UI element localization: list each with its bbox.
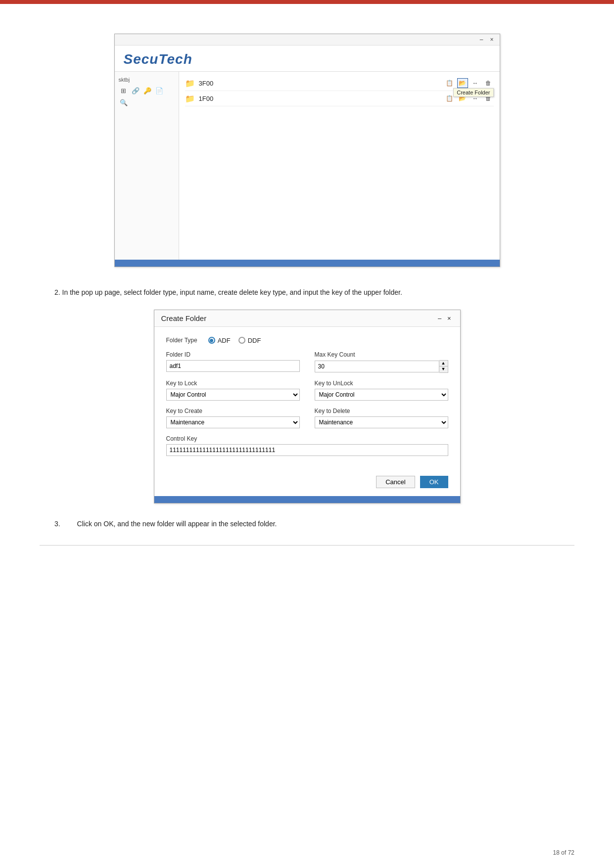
move-btn-3f00[interactable]: ↔ — [470, 78, 481, 88]
page-current: 18 — [553, 849, 560, 856]
key-to-delete-select[interactable]: Maintenance Major Control User — [315, 416, 448, 428]
folder-type-label: Folder Type — [166, 337, 197, 344]
create-folder-dialog: Create Folder – × Folder Type ADF DDF — [154, 310, 461, 503]
radio-adf[interactable]: ADF — [208, 337, 231, 344]
dialog-title-bar: Create Folder – × — [154, 310, 460, 327]
key-to-unlock-label: Key to UnLock — [315, 380, 448, 387]
step3-text: 3. Click on OK, and the new folder will … — [54, 518, 574, 530]
max-key-count-label: Max Key Count — [315, 351, 448, 358]
key-to-delete-label: Key to Delete — [315, 408, 448, 414]
key-to-lock-label: Key to Lock — [166, 380, 300, 387]
key-create-delete-row: Key to Create Maintenance Major Control … — [166, 408, 448, 428]
dialog-close-btn[interactable]: × — [445, 315, 453, 322]
key-to-create-label: Key to Create — [166, 408, 300, 414]
control-key-input[interactable] — [166, 444, 448, 456]
key-to-delete-col: Key to Delete Maintenance Major Control … — [315, 408, 448, 428]
radio-ddf-label: DDF — [248, 337, 261, 344]
page-divider — [40, 545, 574, 546]
spinner-up-btn[interactable]: ▲ — [439, 361, 448, 366]
cancel-button[interactable]: Cancel — [376, 476, 415, 488]
max-key-count-input[interactable] — [315, 361, 439, 372]
grid-icon[interactable]: ⊞ — [119, 86, 129, 95]
key-icon[interactable]: 🔑 — [142, 86, 152, 95]
key-to-create-col: Key to Create Maintenance Major Control … — [166, 408, 300, 428]
minimize-button[interactable]: – — [478, 36, 485, 43]
folder-row-1f00: 📁 1F00 📋 📂 ↔ 🗑 — [185, 91, 494, 106]
close-button[interactable]: × — [488, 36, 495, 43]
folder-type-row: Folder Type ADF DDF — [166, 337, 448, 344]
step2-number: 2. — [54, 288, 60, 296]
dialog-body: Folder Type ADF DDF Folder ID Max Key Co… — [154, 327, 460, 471]
step2-text: 2. In the pop up page, select folder typ… — [54, 287, 574, 299]
folder-row-3f00: 📁 3F00 📋 📂 ↔ 🗑 Create Folder — [185, 76, 494, 91]
link-icon[interactable]: 🔗 — [131, 86, 141, 95]
dialog-footer: Cancel OK — [154, 471, 460, 496]
dialog-status-bar — [154, 496, 460, 503]
folder-icon-1f00: 📁 — [185, 94, 195, 103]
ok-button[interactable]: OK — [420, 476, 448, 488]
key-lock-unlock-row: Key to Lock Major Control Maintenance Us… — [166, 380, 448, 401]
folder-id-maxkey-row: Folder ID Max Key Count ▲ ▼ — [166, 351, 448, 373]
radio-ddf[interactable]: DDF — [238, 337, 261, 344]
key-to-lock-select[interactable]: Major Control Maintenance User — [166, 389, 300, 401]
folder-id-input[interactable] — [166, 360, 300, 372]
folder-info-3f00: 📁 3F00 — [185, 79, 214, 88]
app-window-secutech: – × SecuTech sktbj ⊞ 🔗 🔑 📄 🔍 — [114, 34, 500, 267]
delete-btn-3f00[interactable]: 🗑 — [483, 78, 494, 88]
folder-name-1f00: 1F00 — [199, 95, 214, 102]
max-key-count-col: Max Key Count ▲ ▼ — [315, 351, 448, 373]
spinner-down-btn[interactable]: ▼ — [439, 366, 448, 372]
folder-name-3f00: 3F00 — [199, 80, 214, 87]
key-to-lock-col: Key to Lock Major Control Maintenance Us… — [166, 380, 300, 401]
control-key-label: Control Key — [166, 435, 448, 442]
sidebar-icons: ⊞ 🔗 🔑 📄 🔍 — [119, 86, 175, 107]
copy-btn-3f00[interactable]: 📋 — [444, 78, 455, 88]
top-accent-bar — [0, 0, 614, 4]
search-icon[interactable]: 🔍 — [119, 97, 129, 107]
folder-id-col: Folder ID — [166, 351, 300, 373]
radio-ddf-circle — [238, 337, 245, 344]
app-title-bar: – × — [115, 34, 500, 46]
key-to-unlock-col: Key to UnLock Major Control Maintenance … — [315, 380, 448, 401]
dialog-minimize-btn[interactable]: – — [436, 315, 443, 322]
page-of-label: of — [561, 849, 566, 856]
app-logo-text: SecuTech — [124, 51, 192, 67]
dialog-win-controls: – × — [436, 315, 453, 322]
page-total: 72 — [568, 849, 574, 856]
create-folder-btn-3f00[interactable]: 📂 — [457, 78, 468, 88]
radio-adf-circle — [208, 337, 215, 344]
step3-description: Click on OK, and the new folder will app… — [77, 520, 277, 528]
app-body: sktbj ⊞ 🔗 🔑 📄 🔍 📁 3F00 — [115, 72, 500, 260]
radio-adf-label: ADF — [218, 337, 231, 344]
key-to-unlock-select[interactable]: Major Control Maintenance User — [315, 389, 448, 401]
dialog-title: Create Folder — [161, 314, 207, 322]
folder-info-1f00: 📁 1F00 — [185, 94, 214, 103]
sidebar: sktbj ⊞ 🔗 🔑 📄 🔍 — [115, 72, 179, 260]
folder-id-label: Folder ID — [166, 351, 300, 358]
app-status-bar — [115, 260, 500, 267]
spinner-buttons: ▲ ▼ — [439, 360, 448, 373]
main-area: 📁 3F00 📋 📂 ↔ 🗑 Create Folder 📁 — [179, 72, 500, 260]
folder-actions-3f00: 📋 📂 ↔ 🗑 Create Folder — [444, 78, 494, 88]
control-key-row: Control Key — [166, 435, 448, 456]
doc-icon[interactable]: 📄 — [154, 86, 164, 95]
folder-icon-3f00: 📁 — [185, 79, 195, 88]
max-key-count-spinner: ▲ ▼ — [315, 360, 448, 373]
app-logo: SecuTech — [115, 46, 500, 72]
page-number: 18 of 72 — [553, 849, 574, 856]
step3-number: 3. — [54, 520, 60, 528]
sidebar-label: sktbj — [119, 77, 175, 83]
key-to-create-select[interactable]: Maintenance Major Control User — [166, 416, 300, 428]
window-controls: – × — [478, 36, 496, 43]
step2-description: In the pop up page, select folder type, … — [62, 288, 402, 296]
create-folder-tooltip: Create Folder — [453, 88, 493, 97]
